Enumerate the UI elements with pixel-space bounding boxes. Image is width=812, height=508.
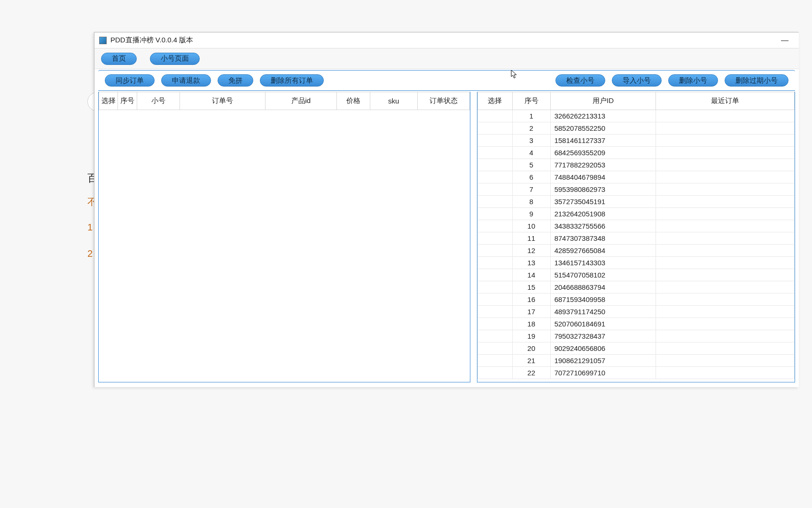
row-select-cell[interactable] (478, 147, 513, 159)
row-select-cell[interactable] (478, 208, 513, 220)
nav-alt-page-button[interactable]: 小号页面 (150, 53, 200, 65)
orders-col-2[interactable]: 小号 (137, 92, 180, 110)
row-user-id: 5953980862973 (550, 183, 656, 196)
apply-refund-button[interactable]: 申请退款 (161, 74, 211, 87)
table-row[interactable]: 57717882292053 (478, 159, 795, 171)
delete-alt-button[interactable]: 删除小号 (668, 74, 718, 87)
row-recent-order (656, 342, 795, 355)
row-select-cell[interactable] (478, 318, 513, 330)
table-row[interactable]: 13266262213313 (478, 110, 795, 122)
row-select-cell[interactable] (478, 110, 513, 122)
row-select-cell[interactable] (478, 342, 513, 355)
check-alt-button[interactable]: 检查小号 (555, 74, 605, 87)
accounts-pane: 选择序号用户ID最近订单 132662622133132585207855225… (477, 92, 795, 382)
row-recent-order (656, 220, 795, 232)
row-select-cell[interactable] (478, 196, 513, 208)
row-recent-order (656, 330, 795, 342)
row-user-id: 4285927665084 (550, 245, 656, 257)
row-index: 10 (512, 220, 550, 232)
row-user-id: 7072710699710 (550, 367, 656, 379)
row-select-cell[interactable] (478, 135, 513, 147)
delete-expired-alt-button[interactable]: 删除过期小号 (725, 74, 789, 87)
table-row[interactable]: 118747307387348 (478, 232, 795, 245)
orders-col-0[interactable]: 选择 (99, 92, 118, 110)
row-select-cell[interactable] (478, 269, 513, 281)
orders-col-4[interactable]: 产品id (265, 92, 337, 110)
action-toolbar: 同步订单 申请退款 免拼 删除所有订单 检查小号 导入小号 删除小号 删除过期小… (98, 70, 795, 91)
row-index: 15 (512, 281, 550, 294)
row-recent-order (656, 318, 795, 330)
accounts-table[interactable]: 选择序号用户ID最近订单 132662622133132585207855225… (477, 92, 795, 379)
delete-all-orders-button[interactable]: 删除所有订单 (260, 74, 324, 87)
table-row[interactable]: 131346157143303 (478, 257, 795, 269)
accounts-col-3[interactable]: 最近订单 (656, 92, 795, 110)
row-recent-order (656, 122, 795, 135)
row-select-cell[interactable] (478, 171, 513, 183)
table-row[interactable]: 92132642051908 (478, 208, 795, 220)
orders-col-7[interactable]: 订单状态 (417, 92, 469, 110)
row-select-cell[interactable] (478, 159, 513, 171)
row-index: 18 (512, 318, 550, 330)
row-user-id: 1908621291057 (550, 355, 656, 367)
row-select-cell[interactable] (478, 367, 513, 379)
row-select-cell[interactable] (478, 245, 513, 257)
table-row[interactable]: 174893791174250 (478, 306, 795, 318)
orders-table[interactable]: 选择序号小号订单号产品id价格sku订单状态 (99, 92, 470, 110)
orders-col-3[interactable]: 订单号 (180, 92, 265, 110)
table-row[interactable]: 166871593409958 (478, 294, 795, 306)
table-row[interactable]: 46842569355209 (478, 147, 795, 159)
table-row[interactable]: 83572735045191 (478, 196, 795, 208)
table-row[interactable]: 197950327328437 (478, 330, 795, 342)
accounts-col-1[interactable]: 序号 (512, 92, 550, 110)
row-index: 11 (512, 232, 550, 245)
row-select-cell[interactable] (478, 355, 513, 367)
import-alt-button[interactable]: 导入小号 (612, 74, 662, 87)
row-index: 20 (512, 342, 550, 355)
row-recent-order (656, 196, 795, 208)
table-row[interactable]: 31581461127337 (478, 135, 795, 147)
table-row[interactable]: 67488404679894 (478, 171, 795, 183)
row-user-id: 3438332755566 (550, 220, 656, 232)
row-select-cell[interactable] (478, 183, 513, 196)
free-pin-button[interactable]: 免拼 (218, 74, 253, 87)
row-user-id: 4893791174250 (550, 306, 656, 318)
row-recent-order (656, 269, 795, 281)
row-recent-order (656, 245, 795, 257)
table-row[interactable]: 145154707058102 (478, 269, 795, 281)
titlebar[interactable]: PDD直播冲榜 V.0.0.4 版本 — (94, 32, 799, 48)
row-user-id: 6871593409958 (550, 294, 656, 306)
table-row[interactable]: 25852078552250 (478, 122, 795, 135)
accounts-col-2[interactable]: 用户ID (550, 92, 656, 110)
content-panes: 选择序号小号订单号产品id价格sku订单状态 选择序号用户ID最近订单 1326… (94, 91, 799, 386)
row-select-cell[interactable] (478, 294, 513, 306)
row-recent-order (656, 355, 795, 367)
row-select-cell[interactable] (478, 122, 513, 135)
row-user-id: 7488404679894 (550, 171, 656, 183)
minimize-button[interactable]: — (775, 35, 794, 46)
row-recent-order (656, 208, 795, 220)
table-row[interactable]: 209029240656806 (478, 342, 795, 355)
row-select-cell[interactable] (478, 330, 513, 342)
row-select-cell[interactable] (478, 232, 513, 245)
table-row[interactable]: 152046688863794 (478, 281, 795, 294)
accounts-col-0[interactable]: 选择 (478, 92, 513, 110)
row-recent-order (656, 147, 795, 159)
table-row[interactable]: 211908621291057 (478, 355, 795, 367)
nav-home-button[interactable]: 首页 (101, 53, 137, 65)
row-select-cell[interactable] (478, 281, 513, 294)
sync-orders-button[interactable]: 同步订单 (105, 74, 155, 87)
row-user-id: 2132642051908 (550, 208, 656, 220)
row-select-cell[interactable] (478, 257, 513, 269)
orders-col-1[interactable]: 序号 (118, 92, 137, 110)
row-recent-order (656, 110, 795, 122)
row-select-cell[interactable] (478, 220, 513, 232)
table-row[interactable]: 227072710699710 (478, 367, 795, 379)
row-select-cell[interactable] (478, 306, 513, 318)
table-row[interactable]: 185207060184691 (478, 318, 795, 330)
table-row[interactable]: 103438332755566 (478, 220, 795, 232)
orders-col-5[interactable]: 价格 (336, 92, 370, 110)
row-index: 17 (512, 306, 550, 318)
orders-col-6[interactable]: sku (370, 92, 417, 110)
table-row[interactable]: 124285927665084 (478, 245, 795, 257)
table-row[interactable]: 75953980862973 (478, 183, 795, 196)
